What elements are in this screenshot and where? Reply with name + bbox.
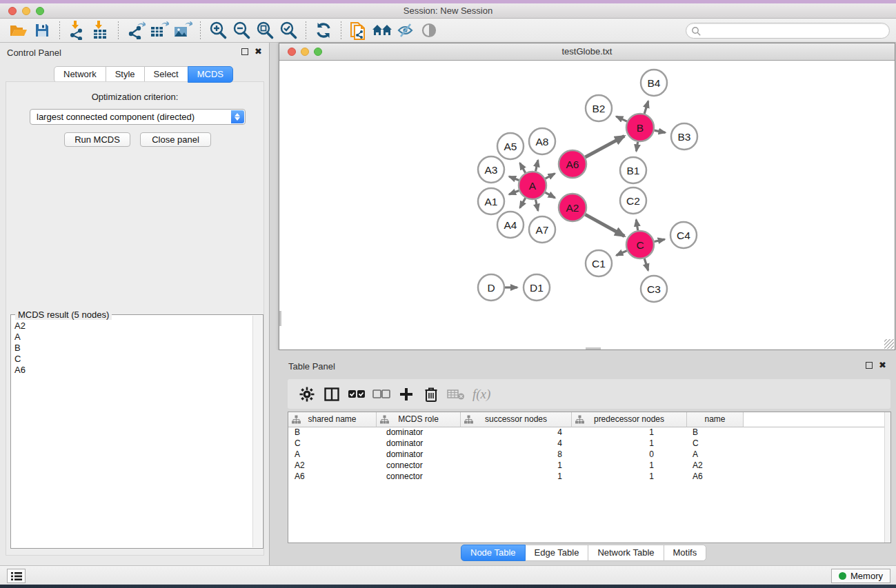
tab-select[interactable]: Select [144,66,188,83]
graph-edge[interactable] [520,163,526,172]
create-column-icon[interactable] [394,384,419,405]
zoom-fit-icon[interactable] [253,20,277,41]
graph-edge[interactable] [585,136,624,157]
zoom-selected-icon[interactable] [277,20,300,41]
graph-edge[interactable] [644,258,648,270]
table-row[interactable]: Adominator80A [288,449,890,460]
header-successor-nodes[interactable]: successor nodes [461,412,572,427]
window-titlebar[interactable]: Session: New Session [0,3,896,19]
mcds-result-item[interactable]: A6 [12,365,252,376]
graph-node-label: A1 [485,196,498,207]
tab-node-table[interactable]: Node Table [461,545,526,561]
tab-edge-table[interactable]: Edge Table [525,545,589,561]
tab-network[interactable]: Network [54,66,106,83]
export-image-icon[interactable] [171,20,195,41]
duplicate-network-icon[interactable] [347,20,370,41]
table-float-icon[interactable] [866,362,873,369]
graph-node-label: B4 [648,77,661,89]
network-window-title: testGlobe.txt [279,46,895,57]
export-table-icon[interactable] [148,20,171,41]
graph-edge[interactable] [636,220,637,231]
show-all-icon[interactable] [417,20,441,41]
header-shared-name[interactable]: shared name [288,412,377,427]
graph-edge[interactable] [617,251,627,256]
graph-edge[interactable] [654,239,664,241]
network-vscroll-mark[interactable] [279,311,281,326]
run-mcds-button[interactable]: Run MCDS [64,132,130,147]
unselect-all-columns-icon[interactable] [369,384,394,405]
graph-edge[interactable] [545,192,555,198]
tab-style[interactable]: Style [106,66,145,83]
tab-mcds[interactable]: MCDS [188,66,233,83]
float-panel-icon[interactable] [241,48,248,55]
function-builder-icon[interactable]: f(x) [472,387,490,402]
graph-edge[interactable] [546,174,555,179]
network-resize-grip[interactable] [884,339,894,349]
delete-column-icon[interactable] [419,384,444,405]
table-cell: connector [377,460,461,471]
graph-edge[interactable] [585,214,624,236]
table-row[interactable]: Bdominator41B [288,427,890,438]
import-table-icon[interactable] [89,20,112,41]
refresh-layout-icon[interactable] [312,20,335,41]
mcds-result-item[interactable]: C [12,354,252,365]
open-session-icon[interactable] [7,20,30,41]
task-list-icon [11,571,22,581]
first-neighbors-icon[interactable] [370,20,394,41]
graph-node-label: C2 [626,195,640,207]
close-panel-icon[interactable]: ✖ [255,46,262,57]
delete-table-icon[interactable] [444,384,468,405]
tab-motifs[interactable]: Motifs [664,545,707,561]
task-history-button[interactable] [7,569,26,583]
table-cell: 1 [572,471,687,482]
graph-edge[interactable] [535,200,538,211]
select-all-columns-icon[interactable] [344,384,369,405]
show-column-panel-icon[interactable] [319,384,344,405]
hide-selected-icon[interactable] [394,20,417,41]
table-cell-filler [744,427,890,438]
network-graph[interactable]: B4B2BB3A8A5A6B1A3AA1C2A2A4A7C4CC1C3DD1 [279,61,895,349]
network-window[interactable]: testGlobe.txt B4B2BB3A8A5A6B1A3AA1C2A2A4… [279,43,895,350]
network-window-titlebar[interactable]: testGlobe.txt [279,43,895,61]
network-hscroll-mark[interactable] [586,347,601,349]
graph-edge[interactable] [509,191,519,194]
table-close-icon[interactable]: ✖ [879,360,886,370]
network-canvas[interactable]: B4B2BB3A8A5A6B1A3AA1C2A2A4A7C4CC1C3DD1 [279,61,895,349]
header-filler [744,412,890,427]
save-session-icon[interactable] [30,20,54,41]
tab-network-table[interactable]: Network Table [588,545,664,561]
graph-edge[interactable] [520,198,526,207]
zoom-out-icon[interactable] [230,20,253,41]
graph-edge[interactable] [509,176,519,180]
criterion-dropdown[interactable]: largest connected component (directed) [30,109,246,125]
header-name[interactable]: name [687,412,744,427]
table-cell-filler [744,438,890,449]
mcds-result-scrollbar[interactable] [252,316,262,547]
table-cell: dominator [377,449,461,460]
mcds-result-item[interactable]: A [12,332,252,343]
table-panel-title: Table Panel [288,361,335,372]
graph-edge[interactable] [636,142,637,152]
table-row[interactable]: Cdominator41C [288,438,890,449]
header-predecessor-nodes[interactable]: predecessor nodes [572,412,687,427]
graph-edge[interactable] [616,116,627,121]
search-input[interactable] [686,23,890,39]
memory-button[interactable]: Memory [831,569,890,583]
graph-node-label: A6 [566,159,579,170]
table-cell: A6 [687,471,744,482]
graph-node-label: B1 [627,165,640,176]
table-row[interactable]: A2connector11A2 [288,460,890,471]
export-network-icon[interactable] [124,20,148,41]
table-settings-icon[interactable] [295,384,319,405]
mcds-result-item[interactable]: A2 [12,321,252,332]
graph-edge[interactable] [535,160,538,171]
zoom-in-icon[interactable] [206,20,230,41]
graph-edge[interactable] [655,130,666,132]
table-row[interactable]: A6connector11A6 [288,471,890,482]
mcds-result-item[interactable]: B [12,343,252,354]
close-panel-button[interactable]: Close panel [140,132,211,147]
header-mcds-role[interactable]: MCDS role [377,412,461,427]
import-network-icon[interactable] [66,20,89,41]
graph-edge[interactable] [644,101,648,114]
table-scrollbar[interactable] [884,412,890,543]
